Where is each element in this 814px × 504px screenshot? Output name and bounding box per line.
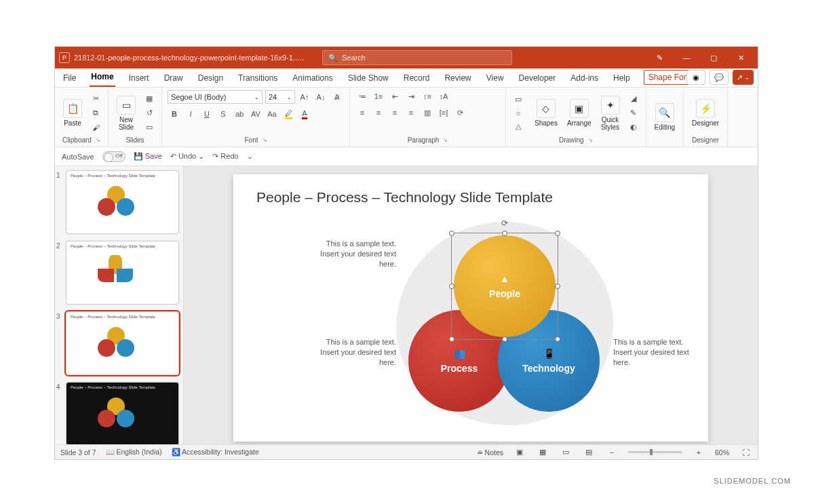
editing-button[interactable]: 🔍Editing xyxy=(652,102,678,132)
zoom-percent[interactable]: 60% xyxy=(715,448,729,457)
tab-home[interactable]: Home xyxy=(90,69,115,87)
resize-handle[interactable] xyxy=(502,336,507,342)
arrange-button[interactable]: ▣Arrange xyxy=(564,98,594,128)
slide-title[interactable]: People – Process – Technology Slide Temp… xyxy=(256,189,553,206)
resize-handle[interactable] xyxy=(449,284,454,289)
accessibility-indicator[interactable]: ♿ Accessibility: Investigate xyxy=(172,448,259,457)
strikethrough-button[interactable]: S xyxy=(216,108,230,120)
save-button[interactable]: 💾 Save xyxy=(134,152,162,161)
shapes-button[interactable]: ◇Shapes xyxy=(532,98,560,128)
spacing-button[interactable]: AV xyxy=(249,108,263,120)
tab-view[interactable]: View xyxy=(485,71,505,87)
text-direction-button[interactable]: ↕A xyxy=(437,90,450,102)
justify-button[interactable]: ≡ xyxy=(404,106,418,119)
search-input[interactable]: 🔍 Search xyxy=(322,50,512,65)
slide-thumbnail-2[interactable]: People – Process – Technology Slide Temp… xyxy=(66,241,179,305)
zoom-slider[interactable] xyxy=(628,451,682,453)
resize-handle[interactable] xyxy=(555,336,560,342)
minimize-button[interactable]: — xyxy=(674,48,699,67)
resize-handle[interactable] xyxy=(555,231,560,236)
underline-button[interactable]: U xyxy=(200,108,214,120)
font-size-select[interactable]: 24⌄ xyxy=(265,90,295,104)
launcher-icon[interactable]: ↘ xyxy=(263,137,267,143)
camera-button[interactable]: ◉ xyxy=(686,70,705,85)
slide-thumbnails-panel[interactable]: 1 People – Process – Technology Slide Te… xyxy=(55,166,184,444)
tab-record[interactable]: Record xyxy=(402,71,431,87)
tab-transitions[interactable]: Transitions xyxy=(237,71,279,87)
tab-help[interactable]: Help xyxy=(612,71,632,87)
reset-button[interactable]: ↺ xyxy=(142,107,156,119)
font-name-select[interactable]: Segoe UI (Body)⌄ xyxy=(168,90,263,104)
slide-canvas-area[interactable]: People – Process – Technology Slide Temp… xyxy=(184,166,758,444)
sample-text-1[interactable]: This is a sample text. Insert your desir… xyxy=(308,239,396,269)
autosave-toggle[interactable] xyxy=(102,151,125,162)
tab-file[interactable]: File xyxy=(62,71,77,87)
zoom-in-button[interactable]: + xyxy=(692,446,705,459)
font-color-button[interactable]: A xyxy=(298,108,311,120)
tab-insert[interactable]: Insert xyxy=(128,71,151,87)
copy-button[interactable]: ⧉ xyxy=(89,107,102,119)
paste-button[interactable]: 📋 Paste xyxy=(60,98,85,128)
columns-button[interactable]: ▥ xyxy=(421,106,434,119)
sample-text-2[interactable]: This is a sample text. Insert your desir… xyxy=(308,337,396,368)
launcher-icon[interactable]: ↘ xyxy=(96,137,100,143)
sorter-view-button[interactable]: ▦ xyxy=(536,446,549,459)
slide-thumbnail-4[interactable]: People – Process – Technology Slide Temp… xyxy=(66,382,179,444)
tab-review[interactable]: Review xyxy=(443,71,472,87)
tab-animations[interactable]: Animations xyxy=(291,71,334,87)
align-left-button[interactable]: ≡ xyxy=(355,106,369,119)
align-text-button[interactable]: [≡] xyxy=(437,106,450,119)
launcher-icon[interactable]: ↘ xyxy=(588,137,593,143)
bold-button[interactable]: B xyxy=(168,108,181,120)
tab-slide-show[interactable]: Slide Show xyxy=(347,71,390,87)
slide-thumbnail-3[interactable]: People – Process – Technology Slide Temp… xyxy=(66,311,179,375)
language-indicator[interactable]: 📖 English (India) xyxy=(106,448,162,457)
decrease-font-button[interactable]: A↓ xyxy=(314,91,328,103)
slideshow-view-button[interactable]: ▤ xyxy=(582,446,596,459)
section-button[interactable]: ▭ xyxy=(142,121,156,134)
close-button[interactable]: ✕ xyxy=(728,48,754,67)
share-button[interactable]: ↗ ⌄ xyxy=(733,70,754,85)
format-painter-button[interactable]: 🖌 xyxy=(89,121,102,134)
smartart-button[interactable]: ⟳ xyxy=(453,106,467,119)
launcher-icon[interactable]: ↘ xyxy=(443,137,448,143)
line-spacing-button[interactable]: ↕≡ xyxy=(421,90,434,102)
align-right-button[interactable]: ≡ xyxy=(388,106,402,119)
shape-gallery-button-3[interactable]: △ xyxy=(511,121,525,133)
numbering-button[interactable]: 1≡ xyxy=(372,90,385,102)
shadow-button[interactable]: ab xyxy=(233,108,246,120)
undo-button[interactable]: ↶ Undo ⌄ xyxy=(170,152,204,161)
decrease-indent-button[interactable]: ⇤ xyxy=(388,90,402,102)
zoom-out-button[interactable]: − xyxy=(605,446,619,459)
shape-effects-button[interactable]: ◐ xyxy=(627,121,640,134)
shape-gallery-button[interactable]: ▭ xyxy=(511,94,525,106)
tab-developer[interactable]: Developer xyxy=(518,71,558,87)
redo-button[interactable]: ↷ Redo xyxy=(212,152,238,161)
resize-handle[interactable] xyxy=(449,231,454,236)
clear-formatting-button[interactable]: A̷ xyxy=(330,91,344,103)
sample-text-3[interactable]: This is a sample text. Insert your desir… xyxy=(613,337,701,368)
increase-font-button[interactable]: A↑ xyxy=(298,91,311,103)
quick-styles-button[interactable]: ✦Quick Styles xyxy=(598,94,623,132)
reading-view-button[interactable]: ▭ xyxy=(559,446,573,459)
shape-fill-button[interactable]: ◢ xyxy=(627,93,640,105)
new-slide-button[interactable]: ▭ New Slide xyxy=(114,94,138,132)
tab-add-ins[interactable]: Add-ins xyxy=(569,71,600,87)
italic-button[interactable]: I xyxy=(184,108,197,120)
increase-indent-button[interactable]: ⇥ xyxy=(404,90,418,102)
fit-to-window-button[interactable]: ⛶ xyxy=(739,446,752,459)
resize-handle[interactable] xyxy=(502,231,507,236)
resize-handle[interactable] xyxy=(555,284,560,289)
shape-outline-button[interactable]: ✎ xyxy=(627,107,640,119)
tab-draw[interactable]: Draw xyxy=(163,71,185,87)
layout-button[interactable]: ▦ xyxy=(142,93,156,105)
rotate-handle-icon[interactable]: ⟳ xyxy=(501,218,508,228)
selection-box[interactable]: ⟳ xyxy=(451,233,558,340)
tab-design[interactable]: Design xyxy=(197,71,225,87)
designer-button[interactable]: ⚡Designer xyxy=(689,98,722,128)
bullets-button[interactable]: ≔ xyxy=(355,90,369,102)
slide-canvas[interactable]: People – Process – Technology Slide Temp… xyxy=(233,174,708,442)
slide-thumbnail-1[interactable]: People – Process – Technology Slide Temp… xyxy=(66,170,179,234)
maximize-button[interactable]: ▢ xyxy=(701,48,726,67)
qat-customize-button[interactable]: ⌄ xyxy=(247,152,253,161)
